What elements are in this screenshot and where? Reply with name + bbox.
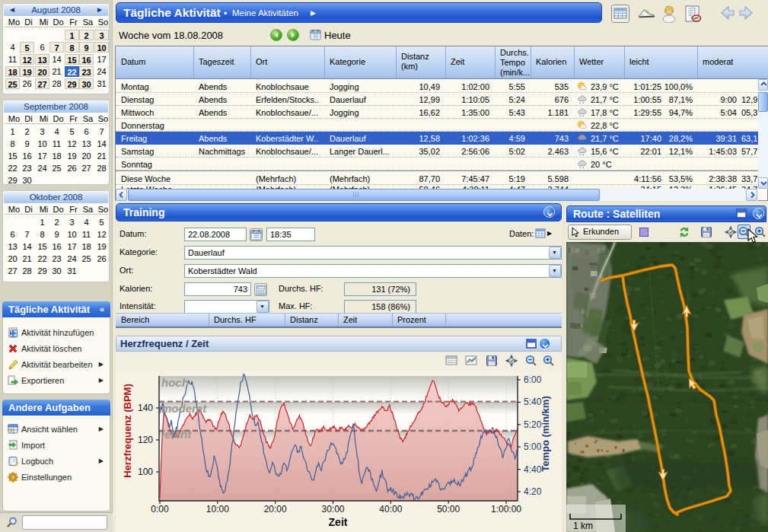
svg-text:6:00: 6:00 [524, 374, 542, 385]
svg-text:30:00: 30:00 [321, 504, 344, 514]
svg-text:20:00: 20:00 [264, 504, 287, 514]
svg-text:50:00: 50:00 [437, 504, 460, 514]
svg-text:Herzfrequenz (BPM): Herzfrequenz (BPM) [122, 384, 133, 478]
svg-text:Zeit: Zeit [329, 516, 348, 528]
svg-text:40:00: 40:00 [379, 504, 402, 514]
svg-text:10:00: 10:00 [206, 504, 229, 514]
svg-text:100: 100 [138, 467, 153, 477]
svg-text:leicht: leicht [161, 428, 192, 441]
svg-text:1:00:00: 1:00:00 [491, 504, 521, 514]
svg-text:1 km: 1 km [573, 521, 593, 531]
svg-text:120: 120 [138, 435, 153, 445]
svg-text:0:00: 0:00 [151, 504, 169, 514]
svg-text:Tempo (min/km): Tempo (min/km) [540, 396, 551, 471]
svg-text:4:20: 4:20 [524, 486, 542, 497]
svg-text:140: 140 [138, 403, 153, 413]
svg-text:hoch: hoch [161, 376, 189, 389]
svg-text:moderat: moderat [161, 402, 207, 415]
